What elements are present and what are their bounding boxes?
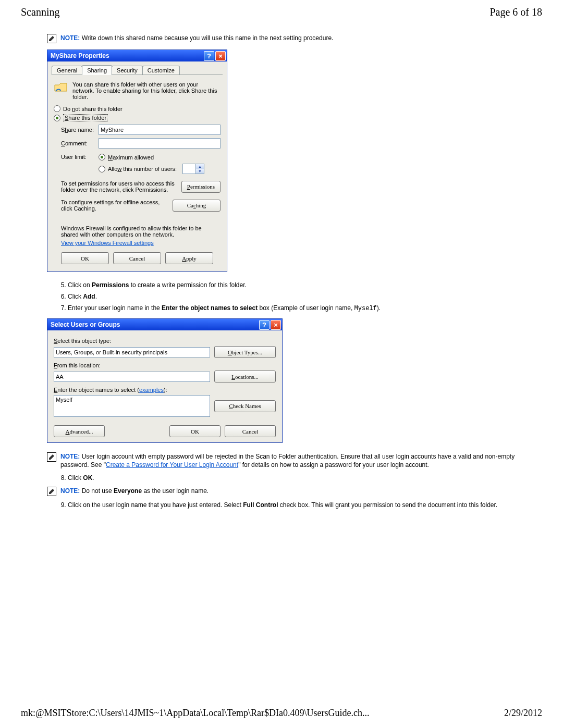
page-indicator: Page 6 of 18 — [489, 6, 542, 18]
radio-max-allowed-label: Maximum allowed — [108, 154, 154, 161]
svg-marker-3 — [49, 489, 54, 494]
object-names-input[interactable]: Myself — [54, 395, 210, 417]
enter-names-label: Enter the object names to select (exampl… — [54, 387, 276, 393]
dialog-title: Select Users or Groups — [51, 321, 120, 328]
radio-allow-number[interactable] — [99, 166, 105, 172]
svg-marker-0 — [49, 36, 54, 41]
cancel-button[interactable]: Cancel — [113, 252, 161, 264]
page-footer: mk:@MSITStore:C:\Users\14JMIS~1\AppData\… — [21, 708, 542, 719]
doc-title: Scanning — [21, 6, 59, 18]
note-3: NOTE: Do not use Everyone as the user lo… — [47, 487, 532, 496]
close-icon[interactable]: × — [215, 51, 226, 61]
permissions-text: To set permissions for users who access … — [61, 180, 177, 193]
radio-do-not-share[interactable] — [54, 105, 60, 112]
note-text: NOTE: Write down this shared name becaus… — [60, 34, 333, 42]
note-label: NOTE: — [60, 34, 80, 42]
chevron-down-icon[interactable]: ▼ — [196, 169, 204, 174]
share-name-input[interactable]: MyShare — [99, 125, 221, 135]
object-type-input[interactable]: Users, Groups, or Built-in security prin… — [54, 347, 210, 357]
tab-security[interactable]: Security — [112, 66, 143, 75]
pencil-icon — [47, 452, 56, 462]
step-9: Click on the user login name that you ha… — [68, 501, 532, 509]
step-8: Click OK. — [68, 474, 532, 482]
ok-button[interactable]: OK — [61, 252, 109, 264]
create-password-link[interactable]: Create a Password for Your User Login Ac… — [106, 461, 238, 468]
note-label: NOTE: — [60, 487, 80, 495]
comment-label: Comment: — [61, 140, 99, 146]
tab-general[interactable]: General — [52, 66, 82, 75]
dialog-titlebar[interactable]: Select Users or Groups ? × — [47, 319, 282, 330]
caching-text: To configure settings for offline access… — [61, 199, 168, 212]
caching-button[interactable]: Caching — [173, 200, 221, 212]
locations-button[interactable]: Locations... — [214, 371, 276, 382]
advanced-button[interactable]: Advanced... — [54, 425, 105, 437]
radio-max-allowed[interactable] — [99, 154, 105, 161]
tab-sharing[interactable]: Sharing — [82, 65, 112, 75]
comment-input[interactable] — [99, 138, 221, 149]
user-limit-label: User limit: — [61, 154, 99, 174]
help-icon[interactable]: ? — [204, 51, 214, 61]
apply-button[interactable]: Apply — [165, 252, 213, 264]
cancel-button[interactable]: Cancel — [225, 425, 276, 437]
radio-share-folder[interactable] — [54, 115, 60, 121]
note-label: NOTE: — [60, 453, 80, 460]
chevron-up-icon[interactable]: ▲ — [196, 164, 204, 169]
footer-path: mk:@MSITStore:C:\Users\14JMIS~1\AppData\… — [21, 708, 369, 719]
location-input[interactable]: AA — [54, 372, 210, 382]
radio-allow-number-label: Allow this number of users: — [108, 166, 177, 172]
check-names-button[interactable]: Check Names — [214, 400, 276, 412]
dialog-titlebar[interactable]: MyShare Properties ? × — [47, 50, 227, 61]
step-6: Click Add. — [68, 293, 532, 300]
share-description: You can share this folder with other use… — [72, 81, 221, 100]
share-name-label: Share name: — [61, 127, 99, 133]
radio-do-not-share-label: Do not share this folder — [63, 106, 123, 112]
note-text: NOTE: Do not use Everyone as the user lo… — [60, 487, 209, 495]
pencil-icon — [47, 487, 56, 496]
page-header: Scanning Page 6 of 18 — [21, 6, 542, 18]
help-icon[interactable]: ? — [259, 320, 270, 330]
tab-strip: General Sharing Security Customize — [52, 65, 223, 75]
footer-date: 2/29/2012 — [504, 708, 542, 719]
dialog-title: MyShare Properties — [51, 52, 109, 59]
note-1: NOTE: Write down this shared name becaus… — [47, 34, 532, 43]
instruction-list-b: Click OK. — [47, 474, 532, 482]
close-icon[interactable]: × — [271, 320, 281, 330]
pencil-icon — [47, 34, 56, 43]
step-5: Click on Permissions to create a write p… — [68, 281, 532, 289]
note-2: NOTE: User login account with empty pass… — [47, 452, 532, 469]
ok-button[interactable]: OK — [169, 425, 221, 437]
myshare-properties-dialog: MyShare Properties ? × General Sharing S… — [47, 50, 227, 272]
select-object-type-label: Select this object type: — [54, 338, 276, 344]
firewall-settings-link[interactable]: View your Windows Firewall settings — [61, 240, 154, 246]
tab-customize[interactable]: Customize — [142, 66, 180, 75]
object-types-button[interactable]: Object Types... — [214, 346, 276, 358]
examples-link[interactable]: examples — [139, 387, 164, 393]
svg-marker-2 — [49, 454, 54, 460]
svg-rect-1 — [49, 41, 51, 41]
user-count-stepper[interactable]: ▲▼ — [182, 164, 204, 174]
firewall-text: Windows Firewall is configured to allow … — [61, 225, 221, 238]
note-text: NOTE: User login account with empty pass… — [60, 452, 532, 469]
instruction-list-c: Click on the user login name that you ha… — [47, 501, 532, 509]
shared-folder-icon — [54, 81, 68, 94]
select-users-dialog: Select Users or Groups ? × Select this o… — [47, 318, 283, 443]
radio-share-folder-label: Share this folder — [63, 114, 108, 121]
from-location-label: From this location: — [54, 362, 276, 368]
instruction-list-a: Click on Permissions to create a write p… — [47, 281, 532, 312]
step-7: Enter your user login name in the Enter … — [68, 304, 532, 312]
permissions-button[interactable]: Permissions — [181, 181, 221, 193]
